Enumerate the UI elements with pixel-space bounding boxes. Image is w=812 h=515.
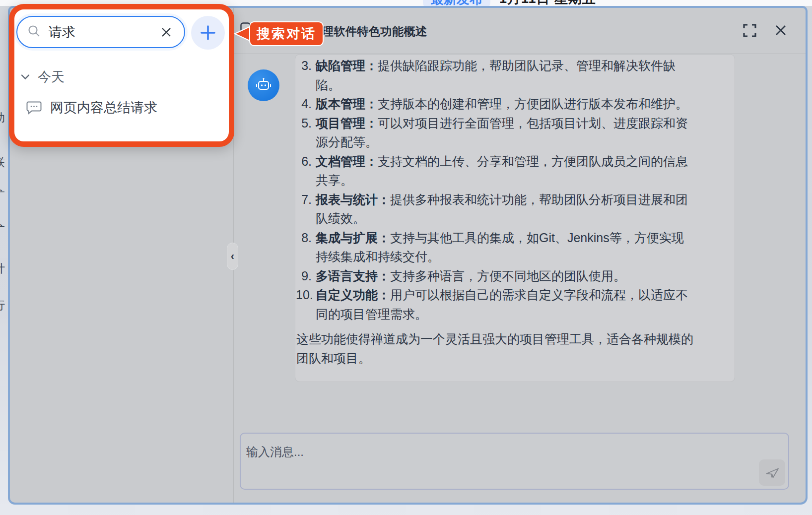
feature-list-item: 6.文档管理：支持文档的上传、分享和管理，方便团队成员之间的信息共享。 bbox=[296, 152, 735, 190]
plus-icon bbox=[201, 25, 215, 40]
feature-list-item: 9.多语言支持：支持多种语言，方便不同地区的团队使用。 bbox=[296, 266, 735, 286]
feature-list: 3.缺陷管理：提供缺陷跟踪功能，帮助团队记录、管理和解决软件缺陷。4.版本管理：… bbox=[296, 56, 735, 323]
page-date: 1月11日 星期五 bbox=[499, 0, 596, 6]
left-clipped-window-strip: 助联扩扩计行 bbox=[0, 6, 8, 505]
chat-title: 理软件特色功能概述 bbox=[322, 24, 427, 39]
history-group-today[interactable]: 今天 bbox=[21, 68, 65, 86]
clipped-text-fragment: 计 bbox=[0, 261, 8, 276]
screen: { "annotation": { "label": "搜索对话" }, "pa… bbox=[0, 0, 812, 515]
clear-search-icon[interactable] bbox=[159, 25, 173, 39]
chevron-left-icon: ‹ bbox=[231, 250, 234, 263]
input-placeholder: 输入消息... bbox=[246, 444, 304, 460]
feature-list-item: 7.报表与统计：提供多种报表和统计功能，帮助团队分析项目进展和团队绩效。 bbox=[296, 190, 735, 228]
paper-plane-icon bbox=[765, 465, 780, 480]
release-badge: 最新发布 bbox=[423, 0, 490, 6]
fullscreen-icon[interactable] bbox=[742, 22, 757, 38]
clipped-text-fragment: 扩 bbox=[0, 222, 8, 238]
chat-bubble-icon bbox=[26, 100, 42, 115]
send-button[interactable] bbox=[759, 459, 785, 486]
clipped-text-fragment: 行 bbox=[0, 298, 8, 313]
history-group-label: 今天 bbox=[38, 68, 65, 86]
assistant-message-bubble: 3.缺陷管理：提供缺陷跟踪功能，帮助团队记录、管理和解决软件缺陷。4.版本管理：… bbox=[295, 54, 735, 382]
clipped-text-fragment: 助 bbox=[0, 110, 8, 126]
search-input[interactable]: 请求 bbox=[16, 16, 185, 48]
feature-list-item: 8.集成与扩展：支持与其他工具的集成，如Git、Jenkins等，方便实现持续集… bbox=[296, 228, 735, 266]
annotation-callout: 搜索对话 bbox=[230, 20, 325, 48]
feature-list-item: 4.版本管理：支持版本的创建和管理，方便团队进行版本发布和维护。 bbox=[296, 94, 735, 114]
chevron-down-icon bbox=[21, 74, 30, 80]
close-icon[interactable] bbox=[773, 22, 789, 38]
search-icon bbox=[27, 24, 41, 40]
feature-list-item: 5.项目管理：可以对项目进行全面管理，包括项目计划、进度跟踪和资源分配等。 bbox=[296, 114, 735, 152]
robot-avatar-icon bbox=[248, 69, 279, 101]
clipped-text-fragment: 联 bbox=[0, 155, 8, 170]
feature-list-item: 10.自定义功能：用户可以根据自己的需求自定义字段和流程，以适应不同的项目管理需… bbox=[296, 285, 735, 323]
feature-list-item: 3.缺陷管理：提供缺陷跟踪功能，帮助团队记录、管理和解决软件缺陷。 bbox=[296, 56, 735, 94]
message-input[interactable]: 输入消息... bbox=[240, 433, 789, 490]
conversation-item-label: 网页内容总结请求 bbox=[50, 99, 157, 117]
conversation-list-item[interactable]: 网页内容总结请求 bbox=[26, 99, 157, 117]
closing-paragraph: 这些功能使得禅道成为一个灵活且强大的项目管理工具，适合各种规模的团队和项目。 bbox=[296, 329, 694, 368]
annotation-label: 搜索对话 bbox=[251, 22, 322, 45]
clipped-text-fragment: 扩 bbox=[0, 188, 8, 203]
search-query-text: 请求 bbox=[49, 23, 75, 41]
new-chat-button[interactable] bbox=[191, 16, 225, 50]
collapse-panel-handle[interactable]: ‹ bbox=[227, 243, 238, 270]
search-panel: 请求 今天 网页内容总结请求 bbox=[9, 4, 234, 147]
